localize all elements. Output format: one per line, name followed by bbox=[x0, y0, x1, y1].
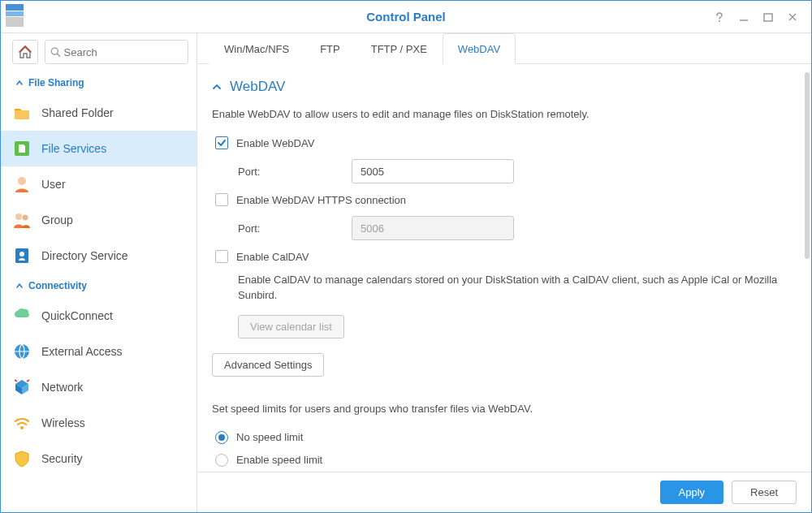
window-title: Control Panel bbox=[1, 10, 811, 24]
sidebar: File Sharing Shared Folder File Services… bbox=[1, 33, 197, 512]
wireless-icon bbox=[12, 413, 32, 433]
enable-caldav-checkbox[interactable] bbox=[215, 250, 228, 263]
svg-point-13 bbox=[19, 252, 24, 256]
no-speed-limit-label: No speed limit bbox=[236, 431, 303, 443]
enable-speed-limit-label: Enable speed limit bbox=[236, 454, 322, 466]
user-icon bbox=[12, 175, 32, 194]
enable-https-label: Enable WebDAV HTTPS connection bbox=[236, 194, 406, 206]
check-icon bbox=[217, 138, 227, 148]
section-connectivity[interactable]: Connectivity bbox=[1, 274, 197, 298]
reset-button[interactable]: Reset bbox=[732, 481, 797, 504]
svg-point-15 bbox=[20, 426, 24, 429]
sidebar-item-group[interactable]: Group bbox=[1, 202, 197, 238]
panel-heading-label: WebDAV bbox=[230, 79, 285, 95]
sidebar-item-quickconnect[interactable]: QuickConnect bbox=[1, 298, 197, 334]
sidebar-item-file-services[interactable]: File Services bbox=[1, 131, 197, 166]
svg-rect-2 bbox=[764, 14, 772, 21]
sidebar-item-label: Security bbox=[41, 452, 83, 465]
maximize-button[interactable] bbox=[756, 5, 780, 29]
close-button[interactable] bbox=[780, 5, 805, 29]
sidebar-item-label: Directory Service bbox=[41, 249, 128, 262]
network-icon bbox=[12, 377, 32, 397]
section-file-sharing[interactable]: File Sharing bbox=[1, 71, 197, 95]
svg-point-0 bbox=[719, 20, 720, 22]
svg-line-6 bbox=[58, 54, 60, 56]
sidebar-item-label: Shared Folder bbox=[41, 106, 114, 119]
speed-description: Set speed limits for users and groups wh… bbox=[212, 403, 797, 415]
svg-rect-7 bbox=[15, 110, 29, 119]
external-access-icon bbox=[12, 342, 32, 361]
enable-webdav-checkbox[interactable] bbox=[215, 136, 228, 149]
enable-caldav-label: Enable CalDAV bbox=[236, 251, 309, 263]
sidebar-item-label: Network bbox=[41, 381, 83, 394]
advanced-settings-button[interactable]: Advanced Settings bbox=[212, 353, 324, 377]
chevron-up-icon bbox=[15, 282, 24, 290]
search-input[interactable] bbox=[64, 46, 183, 58]
sidebar-item-label: QuickConnect bbox=[41, 309, 113, 322]
sidebar-item-directory-service[interactable]: Directory Service bbox=[1, 238, 197, 274]
footer: Apply Reset bbox=[197, 472, 811, 512]
no-speed-limit-radio[interactable] bbox=[215, 431, 228, 444]
apply-button[interactable]: Apply bbox=[660, 481, 724, 504]
chevron-up-icon bbox=[212, 82, 222, 92]
group-icon bbox=[12, 210, 32, 230]
file-services-icon bbox=[12, 139, 32, 158]
svg-point-10 bbox=[15, 213, 22, 220]
tab-webdav[interactable]: WebDAV bbox=[443, 33, 516, 64]
sidebar-item-shared-folder[interactable]: Shared Folder bbox=[1, 95, 197, 131]
search-input-wrap[interactable] bbox=[45, 40, 188, 64]
security-icon bbox=[12, 449, 32, 468]
webdav-https-port-input bbox=[352, 216, 514, 240]
section-label: File Sharing bbox=[28, 77, 84, 88]
sidebar-item-wireless[interactable]: Wireless bbox=[1, 405, 197, 441]
port-label: Port: bbox=[238, 166, 343, 178]
home-icon bbox=[18, 45, 32, 59]
sidebar-item-label: Wireless bbox=[41, 416, 85, 429]
https-port-label: Port: bbox=[238, 222, 343, 235]
webdav-panel: WebDAV Enable WebDAV to allow users to e… bbox=[197, 64, 811, 472]
sidebar-item-network[interactable]: Network bbox=[1, 369, 197, 405]
sidebar-item-user[interactable]: User bbox=[1, 166, 197, 202]
sidebar-item-external-access[interactable]: External Access bbox=[1, 334, 197, 369]
svg-point-11 bbox=[23, 215, 28, 221]
sidebar-item-label: External Access bbox=[41, 345, 123, 358]
shared-folder-icon bbox=[12, 103, 32, 123]
enable-speed-limit-radio[interactable] bbox=[215, 454, 228, 467]
sidebar-item-label: Group bbox=[41, 213, 73, 226]
tabs: Win/Mac/NFS FTP TFTP / PXE WebDAV bbox=[197, 33, 811, 64]
minimize-button[interactable] bbox=[732, 5, 756, 29]
quickconnect-icon bbox=[12, 306, 32, 325]
webdav-section-toggle[interactable]: WebDAV bbox=[212, 64, 797, 105]
sidebar-item-label: User bbox=[41, 178, 66, 191]
enable-https-checkbox[interactable] bbox=[215, 193, 228, 206]
view-calendar-list-button: View calendar list bbox=[238, 315, 344, 338]
webdav-port-input[interactable] bbox=[352, 159, 514, 183]
sidebar-item-label: File Services bbox=[41, 142, 106, 155]
webdav-description: Enable WebDAV to allow users to edit and… bbox=[212, 108, 797, 120]
scrollbar[interactable] bbox=[805, 72, 810, 463]
tab-ftp[interactable]: FTP bbox=[304, 33, 356, 64]
home-button[interactable] bbox=[12, 40, 38, 64]
section-label: Connectivity bbox=[28, 280, 87, 291]
sidebar-item-security[interactable]: Security bbox=[1, 441, 197, 476]
directory-service-icon bbox=[12, 246, 32, 265]
help-button[interactable] bbox=[707, 5, 732, 29]
chevron-up-icon bbox=[15, 79, 24, 87]
tab-win-mac-nfs[interactable]: Win/Mac/NFS bbox=[209, 33, 304, 64]
svg-point-9 bbox=[18, 177, 26, 185]
titlebar: Control Panel bbox=[1, 1, 811, 33]
caldav-help-text: Enable CalDAV to manage calendars stored… bbox=[212, 268, 797, 315]
search-icon bbox=[50, 46, 61, 58]
enable-webdav-label: Enable WebDAV bbox=[236, 137, 314, 149]
tab-tftp-pxe[interactable]: TFTP / PXE bbox=[356, 33, 443, 64]
